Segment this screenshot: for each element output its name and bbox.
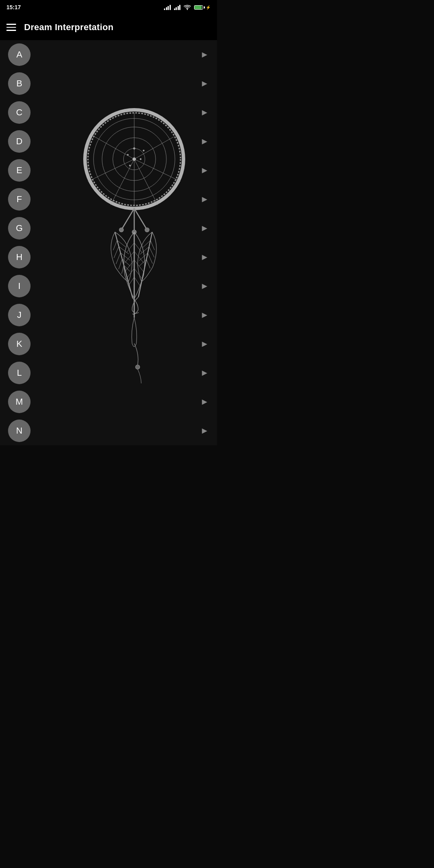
alpha-arrow-b: ►: [200, 78, 209, 89]
alpha-arrow-a: ►: [200, 49, 209, 60]
alpha-item-h[interactable]: H ►: [0, 243, 217, 272]
alpha-arrow-h: ►: [200, 252, 209, 262]
alpha-badge-i: I: [8, 275, 31, 297]
alpha-badge-c: C: [8, 101, 31, 124]
alpha-item-g[interactable]: G ►: [0, 214, 217, 243]
alpha-arrow-k: ►: [200, 339, 209, 349]
alpha-badge-b: B: [8, 72, 31, 95]
alpha-arrow-g: ►: [200, 223, 209, 233]
alpha-badge-e: E: [8, 159, 31, 182]
alpha-arrow-n: ►: [200, 426, 209, 436]
alpha-item-j[interactable]: J ►: [0, 301, 217, 330]
alpha-arrow-c: ►: [200, 107, 209, 118]
alpha-item-e[interactable]: E ►: [0, 156, 217, 185]
alpha-badge-k: K: [8, 333, 31, 355]
alpha-badge-l: L: [8, 362, 31, 384]
app-title: Dream Interpretation: [24, 22, 113, 33]
alpha-item-d[interactable]: D ►: [0, 127, 217, 156]
battery-icon: ⚡: [194, 5, 211, 10]
alpha-item-b[interactable]: B ►: [0, 69, 217, 98]
alpha-item-l[interactable]: L ►: [0, 358, 217, 387]
alphabet-list: A ► B ► C ► D ► E ► F ► G ► H ► I ► J ►: [0, 40, 217, 445]
alpha-badge-f: F: [8, 188, 31, 211]
alpha-badge-a: A: [8, 43, 31, 66]
alpha-arrow-f: ►: [200, 194, 209, 205]
alpha-badge-j: J: [8, 304, 31, 326]
alpha-item-k[interactable]: K ►: [0, 330, 217, 358]
wifi-icon: [184, 4, 191, 10]
status-bar: 15:17 ⚡: [0, 0, 217, 14]
app-bar: Dream Interpretation: [0, 14, 217, 40]
alpha-item-n[interactable]: N ►: [0, 416, 217, 445]
signal-bar-2: [174, 4, 181, 10]
alpha-arrow-i: ►: [200, 281, 209, 291]
alpha-item-i[interactable]: I ►: [0, 272, 217, 301]
status-time: 15:17: [6, 4, 21, 10]
alpha-badge-m: M: [8, 391, 31, 413]
alpha-arrow-j: ►: [200, 310, 209, 320]
main-content: A ► B ► C ► D ► E ► F ► G ► H ► I ► J ►: [0, 40, 217, 445]
alpha-arrow-m: ►: [200, 397, 209, 407]
alpha-badge-h: H: [8, 246, 31, 268]
alpha-arrow-e: ►: [200, 165, 209, 176]
alpha-item-m[interactable]: M ►: [0, 387, 217, 416]
alpha-arrow-l: ►: [200, 368, 209, 378]
alpha-item-c[interactable]: C ►: [0, 98, 217, 127]
status-icons: ⚡: [164, 4, 211, 10]
alpha-badge-d: D: [8, 130, 31, 153]
alpha-item-a[interactable]: A ►: [0, 40, 217, 69]
menu-button[interactable]: [6, 24, 16, 31]
alpha-badge-n: N: [8, 420, 31, 442]
alpha-badge-g: G: [8, 217, 31, 240]
alpha-item-f[interactable]: F ►: [0, 185, 217, 214]
alpha-arrow-d: ►: [200, 136, 209, 147]
signal-bar-1: [164, 4, 171, 10]
